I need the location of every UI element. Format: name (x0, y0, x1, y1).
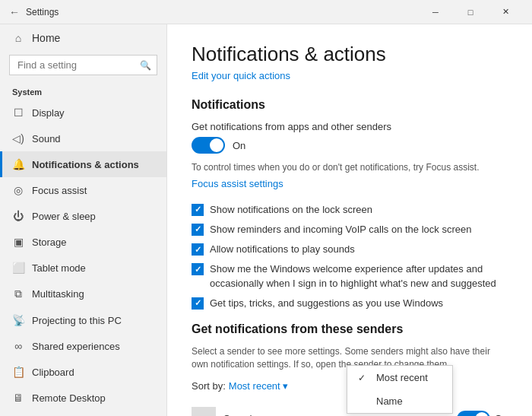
sidebar-item-projecting[interactable]: 📡 Projecting to this PC (0, 307, 166, 333)
sound-icon: ◁) (12, 132, 24, 144)
sidebar-item-notifications[interactable]: 🔔 Notifications & actions (0, 151, 166, 177)
sidebar-item-label: Remote Desktop (32, 392, 106, 404)
sender-sounds-toggle-area: On (457, 411, 508, 416)
notifications-icon: 🔔 (12, 158, 24, 170)
dropdown-item-label: Name (376, 395, 403, 407)
checkbox-lockscreen: Show notifications on the lock screen (192, 203, 508, 217)
sidebar-item-label: Display (32, 107, 65, 119)
sidebar-item-label: Projecting to this PC (32, 315, 122, 326)
notifications-toggle[interactable] (192, 137, 225, 154)
sidebar-item-clipboard[interactable]: 📋 Clipboard (0, 359, 166, 385)
home-icon: ⌂ (12, 32, 24, 44)
dropdown-item-most-recent[interactable]: ✓ Most recent (347, 366, 452, 389)
sidebar-item-multitasking[interactable]: ⧉ Multitasking (0, 281, 166, 307)
sidebar-item-remote[interactable]: 🖥 Remote Desktop (0, 385, 166, 411)
checkbox-sounds: Allow notifications to play sounds (192, 243, 508, 256)
sender-sounds-toggle-label: On (495, 413, 508, 416)
clipboard-icon: 📋 (12, 366, 24, 378)
maximize-button[interactable]: □ (453, 0, 488, 24)
sender-icon-label: ♪ (201, 413, 207, 416)
shared-icon: ∞ (12, 340, 24, 352)
sidebar-home-button[interactable]: ⌂ Home (0, 24, 166, 52)
notifications-toggle-row: Get notifications from apps and other se… (192, 121, 508, 154)
checkbox-voip-input[interactable] (192, 224, 204, 236)
main-layout: ⌂ Home 🔍 System ☐ Display ◁) Sound 🔔 Not… (0, 24, 532, 416)
sidebar-item-storage[interactable]: ▣ Storage (0, 229, 166, 255)
checkbox-welcome-label: Show me the Windows welcome experience a… (210, 262, 508, 290)
page-title: Notifications & actions (192, 43, 508, 66)
sidebar-item-display[interactable]: ☐ Display (0, 100, 166, 125)
sidebar-item-label: Tablet mode (32, 262, 86, 274)
dropdown-item-label: Most recent (376, 372, 428, 383)
checkbox-lockscreen-input[interactable] (192, 204, 204, 216)
checkbox-voip-label: Show reminders and incoming VoIP calls o… (210, 223, 471, 237)
toggle-container: On (192, 137, 508, 154)
checkbox-sounds-input[interactable] (192, 243, 204, 256)
display-icon: ☐ (12, 106, 24, 119)
title-bar: ← Settings ─ □ ✕ (0, 0, 532, 24)
sort-value: Most recent (229, 380, 280, 392)
sidebar-search-container: 🔍 (9, 55, 157, 75)
title-bar-title: Settings (26, 7, 59, 17)
tablet-icon: ⬜ (12, 262, 24, 274)
checkbox-welcome-input[interactable] (192, 263, 204, 275)
checkbox-voip: Show reminders and incoming VoIP calls o… (192, 223, 508, 237)
title-bar-controls: ─ □ ✕ (418, 0, 523, 24)
sidebar-item-shared[interactable]: ∞ Shared experiences (0, 333, 166, 359)
power-icon: ⏻ (12, 210, 24, 222)
multitasking-icon: ⧉ (12, 287, 24, 300)
checkbox-welcome: Show me the Windows welcome experience a… (192, 262, 508, 290)
notifications-section-title: Notifications (192, 98, 508, 112)
content-area: Notifications & actions Edit your quick … (167, 24, 532, 416)
projecting-icon: 📡 (12, 314, 24, 326)
sidebar-item-label: Clipboard (32, 367, 74, 378)
home-label: Home (32, 32, 60, 44)
checkbox-lockscreen-label: Show notifications on the lock screen (210, 203, 372, 217)
sidebar-item-label: Storage (32, 237, 67, 248)
sidebar-section-label: System (0, 81, 166, 100)
title-bar-left: ← Settings (9, 6, 418, 18)
sidebar: ⌂ Home 🔍 System ☐ Display ◁) Sound 🔔 Not… (0, 24, 167, 416)
search-input[interactable] (9, 55, 157, 75)
notifications-toggle-label: Get notifications from apps and other se… (192, 121, 508, 132)
sort-dropdown-button[interactable]: Most recent ▾ (229, 380, 288, 392)
sort-dropdown-menu: ✓ Most recent Name (347, 365, 453, 414)
checkbox-tips: Get tips, tricks, and suggestions as you… (192, 297, 508, 310)
sidebar-item-power[interactable]: ⏻ Power & sleep (0, 203, 166, 229)
sidebar-item-label: Shared experiences (32, 341, 120, 352)
checkbox-sounds-label: Allow notifications to play sounds (210, 243, 355, 256)
edit-quick-actions-link[interactable]: Edit your quick actions (192, 70, 290, 81)
sidebar-item-label: Power & sleep (32, 211, 96, 222)
dropdown-item-name[interactable]: Name (347, 389, 452, 413)
section-divider: Get notifications from these senders Sel… (192, 322, 508, 371)
focus-icon: ◎ (12, 184, 24, 196)
focus-assist-link[interactable]: Focus assist settings (192, 178, 283, 189)
storage-icon: ▣ (12, 236, 24, 248)
sidebar-item-tablet[interactable]: ⬜ Tablet mode (0, 255, 166, 281)
sidebar-item-label: Notifications & actions (32, 159, 139, 170)
back-button[interactable]: ← (9, 6, 20, 18)
close-button[interactable]: ✕ (488, 0, 523, 24)
sort-label: Sort by: (192, 380, 226, 392)
toggle-on-label: On (233, 140, 245, 151)
sidebar-item-sound[interactable]: ◁) Sound (0, 125, 166, 151)
sort-chevron-icon: ▾ (283, 380, 288, 392)
sender-sounds-toggle[interactable] (457, 411, 490, 416)
sender-sounds-icon: ♪ (192, 407, 216, 416)
sidebar-item-label: Multitasking (32, 288, 84, 300)
sidebar-item-label: Sound (32, 133, 61, 144)
sidebar-item-label: Focus assist (32, 185, 87, 196)
minimize-button[interactable]: ─ (418, 0, 453, 24)
senders-section-title: Get notifications from these senders (192, 322, 508, 336)
dropdown-check-icon: ✓ (358, 373, 370, 383)
focus-assist-hint: To control times when you do or don't ge… (192, 161, 508, 174)
checkbox-tips-input[interactable] (192, 297, 204, 310)
checkbox-tips-label: Get tips, tricks, and suggestions as you… (210, 297, 443, 310)
sidebar-item-focus[interactable]: ◎ Focus assist (0, 177, 166, 203)
search-icon: 🔍 (140, 60, 151, 71)
remote-icon: 🖥 (12, 392, 24, 404)
